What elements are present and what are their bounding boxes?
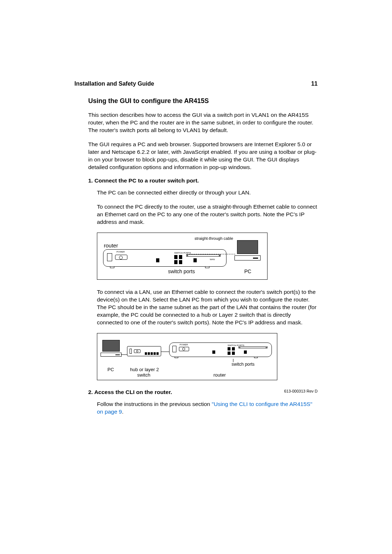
cable-label: straight-through cable bbox=[195, 236, 233, 241]
diagram-lan-connection: PC hub or layer 2 switch POWER SWITCH PO… bbox=[97, 333, 277, 380]
pc-monitor-icon bbox=[237, 240, 258, 254]
step-2-body: Follow the instructions in the previous … bbox=[97, 401, 318, 416]
hub-label-1: hub or layer 2 bbox=[130, 367, 159, 372]
router-label: router bbox=[104, 242, 118, 249]
page-header: Installation and Safety Guide 11 bbox=[74, 81, 318, 87]
step-2-prefix: Follow the instructions in the previous … bbox=[97, 401, 212, 407]
pc-base-icon bbox=[101, 353, 122, 357]
wan-tiny-label: WAN bbox=[210, 258, 215, 260]
section-title: Using the GUI to configure the AR415S bbox=[88, 97, 318, 105]
footer-rev: 613-000313 Rev D bbox=[284, 389, 318, 393]
step-1-body-2: To connect the PC directly to the router… bbox=[97, 203, 318, 226]
wan-port-icon bbox=[193, 258, 197, 262]
power-tiny-label: POWER bbox=[117, 251, 125, 253]
hub-switch-icon bbox=[127, 346, 161, 356]
power-socket-icon bbox=[115, 255, 127, 260]
switch-ports-label: switch ports bbox=[232, 362, 254, 367]
step-1-title: 1. Connect the PC to a router switch por… bbox=[88, 177, 318, 184]
step-1-body-3: To connect via a LAN, use an Ethernet ca… bbox=[97, 288, 318, 327]
section-para-1: This section describes how to access the… bbox=[88, 111, 318, 134]
eth-port-icon bbox=[156, 258, 159, 262]
pc-label: PC bbox=[107, 367, 114, 372]
step-2-title: 2. Access the CLI on the router. bbox=[88, 389, 318, 395]
pic-slot-icon bbox=[186, 254, 221, 257]
switch-port-1-icon bbox=[174, 255, 177, 259]
ac-connector-icon bbox=[107, 253, 112, 261]
step-2-suffix: . bbox=[122, 409, 123, 415]
cable-line-icon bbox=[187, 254, 235, 254]
switch-port-3-icon bbox=[174, 260, 177, 264]
router-outline-icon: POWER SWITCH PORTS bbox=[169, 342, 272, 357]
page-number: 11 bbox=[311, 81, 318, 87]
pc-base-icon bbox=[234, 255, 261, 260]
section-para-2: The GUI requires a PC and web browser. S… bbox=[88, 141, 318, 171]
pc-label: PC bbox=[244, 268, 251, 274]
router-outline-icon: POWER SWITCH PORTS WAN bbox=[103, 249, 226, 267]
switch-port-4-icon bbox=[179, 260, 182, 264]
power-tiny-label: POWER bbox=[180, 344, 188, 346]
step-1-body-1: The PC can be connected either directly … bbox=[97, 189, 318, 197]
diagram-direct-connection: router POWER SWITCH PORTS WAN bbox=[97, 233, 268, 280]
pc-monitor-icon bbox=[102, 340, 120, 352]
doc-title: Installation and Safety Guide bbox=[74, 81, 154, 87]
hub-label-2: switch bbox=[137, 372, 150, 378]
router-label: router bbox=[213, 372, 226, 378]
switch-ports-label: switch ports bbox=[168, 268, 195, 274]
switch-port-2-icon bbox=[179, 255, 182, 259]
